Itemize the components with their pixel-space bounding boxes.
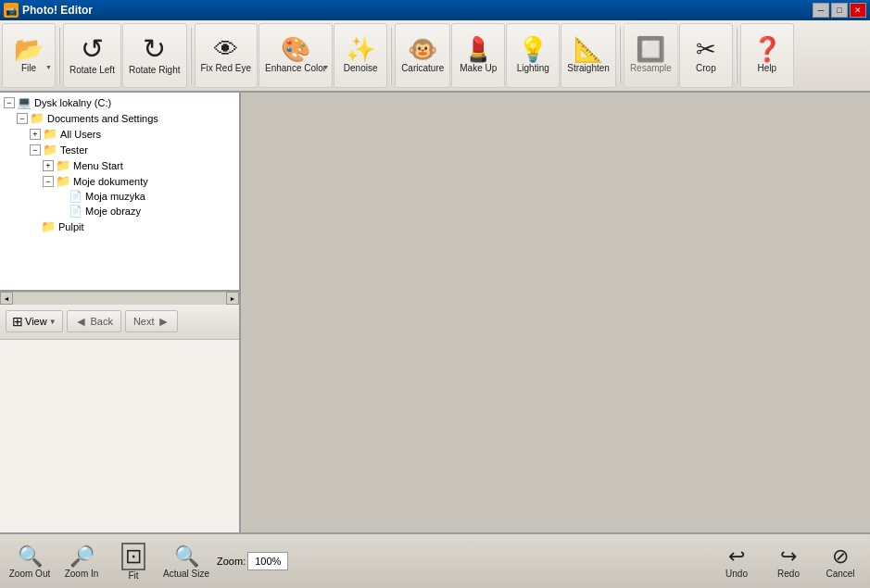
denoise-label: Denoise [344,63,378,74]
tree-horiz-scroll[interactable]: ◄ ► [0,292,239,305]
nav-bar: ⊞ View ▼ ◄ Back Next ► [0,305,239,340]
lighting-label: Lighting [517,63,549,74]
fix-red-eye-label: Fix Red Eye [201,63,251,74]
close-button[interactable]: ✕ [850,3,866,18]
lighting-button[interactable]: 💡 Lighting [506,23,560,88]
toolbar-sep-5 [736,28,738,83]
file-icon: 📂 [14,37,44,61]
app-title: Photo! Editor [22,4,813,17]
folder-icon-menustart: 📁 [56,158,70,172]
toolbar-sep-4 [619,28,621,83]
rotate-left-label: Rotate Left [69,65,115,76]
tree-label-mojedok: Moje dokumenty [73,176,148,187]
tree-item-allusers[interactable]: + 📁 All Users [2,126,237,142]
toolbar-sep-3 [390,28,392,83]
rotate-left-button[interactable]: ↺ Rotate Left [63,23,121,88]
tree-toggle-mojedok[interactable]: − [43,176,54,187]
lighting-icon: 💡 [518,37,548,61]
view-button[interactable]: ⊞ View ▼ [6,310,63,332]
tree-toggle-menustart[interactable]: + [43,160,54,171]
zoom-in-icon: 🔎 [69,544,95,569]
rotate-right-label: Rotate Right [129,65,181,76]
zoom-input[interactable] [247,552,288,570]
fit-button[interactable]: ⊡ Fit [111,543,156,581]
tree-item-mojamuzyka[interactable]: 📄 Moja muzyka [2,189,237,204]
back-button[interactable]: ◄ Back [67,310,121,332]
redo-button[interactable]: ↪ Redo [766,544,811,579]
scroll-left-btn[interactable]: ◄ [0,292,13,305]
zoom-group: Zoom: [217,552,288,570]
actual-size-label: Actual Size [163,569,209,579]
enhance-color-button[interactable]: 🎨 Enhance Color [258,23,333,88]
make-up-label: Make Up [460,63,497,74]
tree-item-root[interactable]: − 💻 Dysk lokalny (C:) [2,94,237,110]
tree-toggle-docs[interactable]: − [17,113,28,124]
caricature-label: Caricature [401,63,444,74]
tree-toggle-tester[interactable]: − [30,144,41,156]
horiz-scroll-track[interactable] [13,294,226,303]
actual-size-button[interactable]: 🔍 Actual Size [163,544,209,579]
maximize-button[interactable]: □ [831,3,848,18]
help-button[interactable]: ❓ Help [740,23,794,88]
tree-toggle-root[interactable]: − [4,97,15,108]
fit-label: Fit [128,570,138,581]
help-icon: ❓ [752,37,782,61]
denoise-button[interactable]: ✨ Denoise [334,23,387,88]
redo-icon: ↪ [780,544,797,569]
cancel-icon: ⊘ [832,544,849,569]
back-label: Back [90,316,112,327]
zoom-in-button[interactable]: 🔎 Zoom In [59,544,104,579]
straighten-button[interactable]: 📐 Straighten [561,23,616,88]
next-label: Next [133,316,155,327]
tree-item-pulpit[interactable]: 📁 Pulpit [2,219,237,234]
app-icon: 📷 [4,3,19,18]
computer-icon: 💻 [17,95,32,109]
tree-item-tester[interactable]: − 📁 Tester [2,142,237,157]
crop-icon: ✂ [696,37,716,61]
tree-toggle-allusers[interactable]: + [30,129,41,140]
enhance-color-label: Enhance Color [265,63,326,74]
view-label: View [25,316,47,327]
undo-icon: ↩ [728,544,745,569]
window-controls: ─ □ ✕ [813,3,866,18]
tree-label-menustart: Menu Start [73,160,123,171]
view-dropdown-icon: ▼ [49,318,57,326]
tree-item-docs[interactable]: − 📁 Documents and Settings [2,110,237,126]
make-up-icon: 💄 [463,37,493,61]
tree-label-pulpit: Pulpit [58,221,84,232]
tree-item-mojeobrazy[interactable]: 📄 Moje obrazy [2,204,237,219]
undo-label: Undo [725,569,748,579]
file-icon-mojeobrazy: 📄 [69,205,82,218]
fit-icon: ⊡ [121,543,145,570]
file-tree[interactable]: − 💻 Dysk lokalny (C:) − 📁 Documents and … [0,93,239,292]
toolbar-sep-2 [190,28,192,83]
minimize-button[interactable]: ─ [813,3,829,18]
folder-icon-pulpit: 📁 [41,219,56,233]
resample-label: Resample [630,63,672,74]
caricature-button[interactable]: 🐵 Caricature [395,23,450,88]
zoom-out-button[interactable]: 🔍 Zoom Out [7,544,52,579]
preview-area [0,340,239,533]
cancel-button[interactable]: ⊘ Cancel [818,544,863,579]
actual-size-icon: 🔍 [174,544,199,569]
rotate-right-button[interactable]: ↻ Rotate Right [122,23,187,88]
crop-button[interactable]: ✂ Crop [679,23,733,88]
crop-label: Crop [696,63,716,74]
undo-button[interactable]: ↩ Undo [714,544,759,579]
file-button[interactable]: 📂 File [2,23,56,88]
main-area: − 💻 Dysk lokalny (C:) − 📁 Documents and … [0,93,870,532]
tree-label-docs: Documents and Settings [47,113,158,124]
next-button[interactable]: Next ► [125,310,178,332]
zoom-out-icon: 🔍 [18,544,43,569]
grid-icon: ⊞ [12,314,23,329]
scroll-right-btn[interactable]: ► [226,292,239,305]
tree-item-menustart[interactable]: + 📁 Menu Start [2,157,237,173]
fix-red-eye-button[interactable]: 👁 Fix Red Eye [195,23,258,88]
rotate-left-icon: ↺ [81,35,104,63]
folder-icon-tester: 📁 [43,143,57,156]
folder-icon-mojedok: 📁 [56,174,70,188]
resample-button[interactable]: 🔲 Resample [624,23,678,88]
make-up-button[interactable]: 💄 Make Up [451,23,505,88]
canvas-area [241,93,870,532]
tree-item-mojedok[interactable]: − 📁 Moje dokumenty [2,173,237,189]
